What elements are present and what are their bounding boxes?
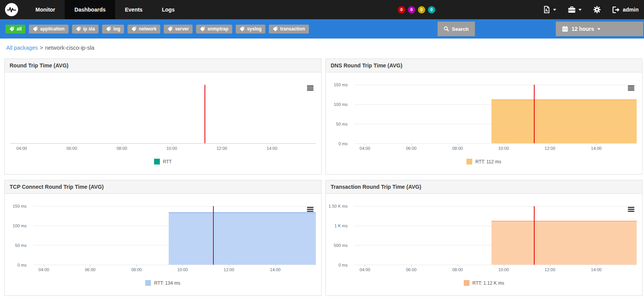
chart-context-menu-icon[interactable]: [628, 207, 634, 213]
y-axis-label: 50 ms: [336, 122, 348, 126]
x-axis-label: 08:00: [452, 146, 463, 151]
x-axis-label: 06:00: [85, 267, 96, 272]
legend-label: RTT: [163, 159, 172, 164]
tag-icon: [76, 27, 81, 32]
x-tick: [222, 143, 222, 145]
x-axis-label: 12:00: [545, 267, 555, 272]
toolbox-button[interactable]: [568, 6, 582, 13]
status-badge-3[interactable]: 0: [428, 6, 435, 13]
filter-tag-transaction[interactable]: transaction: [269, 25, 309, 34]
gear-icon: [593, 6, 601, 13]
legend-swatch: [464, 280, 470, 286]
x-tick: [365, 143, 365, 145]
y-axis-label: 500 ms: [334, 243, 347, 248]
x-axis-label: 10:00: [166, 146, 177, 151]
y-axis: 1.50 K ms1 K ms500 ms0 ms: [331, 206, 351, 265]
briefcase-icon: [568, 6, 576, 13]
search-icon: [444, 26, 449, 32]
chart-legend[interactable]: RTT: [5, 159, 321, 164]
chart-panel-round-trip-time: Round Trip Time (AVG) 04:00 06:00 08:00 …: [4, 59, 322, 175]
dashboard-grid: Round Trip Time (AVG) 04:00 06:00 08:00 …: [0, 59, 644, 297]
sign-out-icon: [612, 7, 620, 13]
tag-filter-bar: all application ip sla log network serve…: [0, 19, 644, 39]
y-axis-label: 50 ms: [15, 243, 27, 248]
status-badge-2[interactable]: 0: [418, 6, 425, 13]
chart-context-menu-icon[interactable]: [307, 207, 314, 213]
filter-tag-snmptrap[interactable]: snmptrap: [196, 25, 232, 34]
chart-canvas: 04:00 06:00 08:00 10:00 12:00 14:00 RTT: [5, 72, 321, 174]
settings-button[interactable]: [593, 6, 601, 13]
panel-title: Transaction Round Trip Time (AVG): [326, 180, 642, 194]
time-marker-line: [534, 85, 535, 143]
x-axis-label: 06:00: [406, 146, 417, 151]
chart-canvas: 1.50 K ms1 K ms500 ms0 ms 04:00 06:00 08…: [326, 194, 642, 295]
logout-button[interactable]: admin: [612, 7, 639, 13]
x-axis-label: 08:00: [452, 267, 463, 272]
chart-context-menu-icon[interactable]: [628, 86, 634, 91]
gridline: [33, 206, 316, 206]
chart-context-menu-icon[interactable]: [307, 86, 314, 91]
chart-legend[interactable]: RTT: 112 ms: [326, 159, 642, 164]
chevron-down-icon: [597, 28, 600, 30]
x-axis-label: 04:00: [39, 267, 49, 272]
x-tick: [275, 265, 276, 267]
x-tick: [504, 143, 504, 145]
time-range-label: 12 hours: [572, 26, 594, 32]
status-badge-1[interactable]: 0: [408, 6, 415, 13]
chart-plot-area[interactable]: 04:00 06:00 08:00 10:00 12:00 14:00: [33, 206, 316, 265]
nav-item-logs[interactable]: Logs: [152, 0, 184, 19]
x-axis-label: 04:00: [16, 146, 27, 151]
legend-swatch: [466, 159, 472, 164]
panel-title: DNS Round Trip Time (AVG): [326, 59, 642, 72]
search-button[interactable]: Search: [438, 22, 475, 36]
top-navbar: MonitorDashboardsEventsLogs 0000: [0, 0, 644, 19]
breadcrumb-link-all-packages[interactable]: All packages: [6, 45, 38, 51]
chevron-down-icon: [579, 9, 582, 11]
y-axis-label: 1.50 K ms: [329, 204, 348, 208]
breadcrumb: All packages>network-cisco-ip-sla: [0, 39, 644, 59]
x-axis-label: 04:00: [360, 146, 371, 151]
filter-tag-all[interactable]: all: [5, 25, 25, 34]
tag-list: all application ip sla log network serve…: [5, 25, 309, 34]
tag-icon: [131, 27, 136, 32]
gridline: [33, 265, 316, 265]
x-tick: [44, 265, 44, 267]
filter-tag-log[interactable]: log: [102, 25, 124, 34]
chart-panel-tcp-connect-round-trip-time: TCP Connect Round Trip Time (AVG) 150 ms…: [4, 180, 322, 296]
x-axis-label: 10:00: [498, 267, 509, 272]
username-label: admin: [623, 7, 639, 13]
chart-plot-area[interactable]: 04:00 06:00 08:00 10:00 12:00 14:00: [10, 85, 316, 144]
breadcrumb-separator: >: [40, 45, 43, 51]
y-axis-label: 0 ms: [339, 263, 348, 267]
tag-icon: [200, 27, 205, 32]
pdf-export-button[interactable]: [543, 6, 556, 13]
x-axis-label: 14:00: [267, 146, 277, 151]
breadcrumb-current: network-cisco-ip-sla: [45, 45, 94, 51]
x-tick: [596, 143, 597, 145]
chart-canvas: 150 ms100 ms50 ms0 ms 04:00 06:00 08:00 …: [5, 194, 321, 295]
status-badge-0[interactable]: 0: [398, 6, 405, 13]
filter-tag-server[interactable]: server: [164, 25, 193, 34]
chart-legend[interactable]: RTT: 1.12 K ms: [326, 280, 642, 286]
y-axis-label: 150 ms: [334, 82, 347, 87]
nav-item-dashboards[interactable]: Dashboards: [65, 0, 115, 19]
x-tick: [504, 265, 504, 267]
notification-badges: 0000: [398, 6, 435, 13]
nav-item-events[interactable]: Events: [115, 0, 152, 19]
chart-legend[interactable]: RTT: 134 ms: [5, 280, 321, 286]
x-tick: [365, 265, 365, 267]
time-range-button[interactable]: 12 hours: [556, 22, 643, 36]
x-tick: [458, 265, 458, 267]
filter-tag-ip-sla[interactable]: ip sla: [72, 25, 99, 34]
x-axis-label: 14:00: [591, 146, 602, 151]
filter-tag-network[interactable]: network: [127, 25, 160, 34]
navbar-actions: admin: [543, 6, 639, 13]
chart-plot-area[interactable]: 04:00 06:00 08:00 10:00 12:00 14:00: [354, 85, 637, 144]
nav-item-monitor[interactable]: Monitor: [26, 0, 65, 19]
filter-tag-application[interactable]: application: [29, 25, 68, 34]
filter-tag-syslog[interactable]: syslog: [236, 25, 265, 34]
chart-plot-area[interactable]: 04:00 06:00 08:00 10:00 12:00 14:00: [354, 206, 637, 265]
app-logo[interactable]: [5, 3, 18, 16]
y-axis-label: 100 ms: [13, 223, 27, 228]
y-axis: 150 ms100 ms50 ms0 ms: [331, 85, 351, 144]
